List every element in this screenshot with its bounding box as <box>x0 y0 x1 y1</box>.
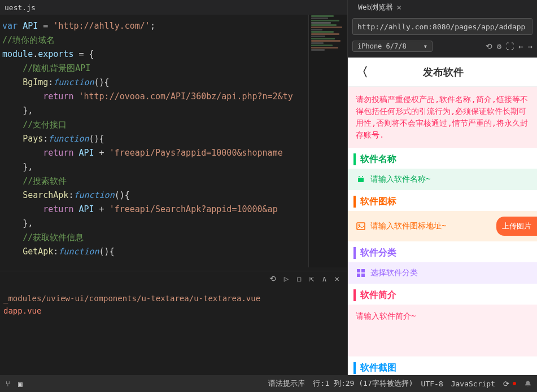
close-icon[interactable]: ✕ <box>335 274 339 283</box>
language-mode[interactable]: JavaScript <box>451 380 495 388</box>
image-icon <box>356 221 366 231</box>
icon-url-input[interactable]: 请输入软件图标地址~ <box>370 221 496 231</box>
svg-rect-5 <box>357 269 360 272</box>
debug-restart-icon[interactable]: ⟲ <box>269 274 276 283</box>
comment: //随机背景图API <box>23 63 90 73</box>
comment: //搜索软件 <box>23 176 67 186</box>
svg-rect-8 <box>361 274 365 277</box>
grid-icon <box>356 268 366 278</box>
svg-point-2 <box>362 176 363 177</box>
status-bar: ⑂ ▣ 语法提示库 行:1 列:29 (17字符被选择) UTF-8 JavaS… <box>0 375 537 392</box>
url-input[interactable]: http://ahlly.com:8080/pages/app/addapp <box>352 18 532 35</box>
nav-forward-icon[interactable]: → <box>528 42 532 51</box>
section-title-screenshot: 软件截图 <box>353 362 531 374</box>
comment: //支付接口 <box>23 120 67 130</box>
svg-rect-0 <box>358 178 364 182</box>
name-input[interactable]: 请输入软件名称~ <box>370 174 529 184</box>
collapse-up-icon[interactable]: ∧ <box>322 274 326 283</box>
screenshot-icon[interactable]: ⛶ <box>506 42 514 51</box>
preview-tab[interactable]: Web浏览器 × <box>352 1 407 14</box>
device-name: iPhone 6/7/8 <box>357 42 407 50</box>
section-title-category: 软件分类 <box>353 247 531 259</box>
branch-icon[interactable]: ⑂ <box>6 380 10 388</box>
section-title-name: 软件名称 <box>353 153 531 165</box>
page-title: 发布软件 <box>368 65 529 79</box>
rotate-icon[interactable]: ⟲ <box>486 42 492 51</box>
var-api: API <box>23 21 38 31</box>
close-icon[interactable]: × <box>396 3 401 12</box>
syntax-hint-button[interactable]: 语法提示库 <box>268 378 305 389</box>
device-selector[interactable]: iPhone 6/7/8 ▾ <box>352 41 433 52</box>
mobile-viewport[interactable]: 〈 发布软件 请勿投稿严重侵权产品,软件名称,简介,链接等不得包括任何形式的引流… <box>348 58 537 375</box>
sync-icon[interactable]: ⟳ <box>503 380 516 388</box>
android-icon <box>356 174 366 184</box>
console-line: dapp.vue <box>3 305 344 317</box>
debug-toolbar: ⟲ ▷ ◻ ⇱ ∧ ✕ <box>0 271 347 285</box>
category-select[interactable]: 选择软件分类 <box>370 268 529 278</box>
encoding-selector[interactable]: UTF-8 <box>421 380 443 388</box>
bell-icon[interactable]: 🔔︎ <box>524 380 531 388</box>
preview-tab-label: Web浏览器 <box>358 2 393 12</box>
comment: //填你的域名 <box>2 35 55 45</box>
console-line: _modules/uview-ui/components/u-textarea/… <box>3 292 344 305</box>
gear-icon[interactable]: ⚙ <box>497 42 501 51</box>
upload-image-button[interactable]: 上传图片 <box>496 217 537 236</box>
file-tab[interactable]: uest.js <box>5 3 36 12</box>
svg-point-4 <box>359 224 360 226</box>
svg-rect-7 <box>357 274 360 277</box>
cursor-position[interactable]: 行:1 列:29 (17字符被选择) <box>313 378 413 389</box>
url-text: http://ahlly.com:8080/pages/app/addapp <box>357 23 525 31</box>
debug-continue-icon[interactable]: ▷ <box>284 274 289 283</box>
code-editor[interactable]: var API = 'http://ahlly.com/'; //填你的域名 m… <box>0 15 347 267</box>
nav-back-icon[interactable]: ← <box>518 42 523 51</box>
debug-export-icon[interactable]: ⇱ <box>309 274 314 283</box>
minimap[interactable] <box>308 15 347 267</box>
back-arrow-icon[interactable]: 〈 <box>356 64 368 81</box>
terminal-icon[interactable]: ▣ <box>18 380 23 388</box>
debug-stop-icon[interactable]: ◻ <box>296 274 301 283</box>
svg-rect-6 <box>361 269 365 272</box>
warning-message: 请勿投稿严重侵权产品,软件名称,简介,链接等不得包括任何形式的引流行为,必须保证… <box>348 87 537 148</box>
section-title-desc: 软件简介 <box>353 289 531 301</box>
description-textarea[interactable]: 请输入软件简介~ <box>348 305 537 328</box>
console-output[interactable]: _modules/uview-ui/components/u-textarea/… <box>0 285 347 375</box>
chevron-down-icon: ▾ <box>424 42 427 50</box>
svg-point-1 <box>359 176 360 177</box>
web-preview-pane: Web浏览器 × http://ahlly.com:8080/pages/app… <box>347 0 537 375</box>
kw-var: var <box>2 21 18 31</box>
section-title-icon: 软件图标 <box>353 196 531 208</box>
comment: //获取软件信息 <box>23 232 84 243</box>
